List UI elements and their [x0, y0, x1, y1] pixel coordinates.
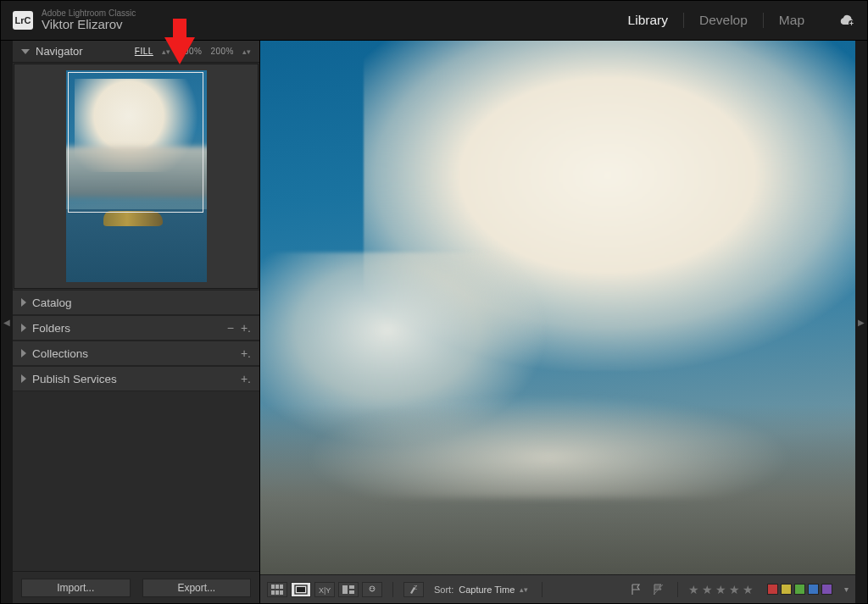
- people-view-button[interactable]: [362, 582, 382, 597]
- module-library[interactable]: Library: [613, 13, 684, 28]
- color-red[interactable]: [767, 584, 778, 595]
- folders-minus-button[interactable]: −: [227, 321, 234, 335]
- star-4[interactable]: ★: [729, 583, 740, 596]
- section-folders-label: Folders: [32, 322, 220, 335]
- survey-view-button[interactable]: [338, 582, 359, 597]
- zoom-fill-stepper[interactable]: ▴▾: [162, 47, 170, 56]
- star-2[interactable]: ★: [702, 583, 713, 596]
- svg-rect-1: [271, 585, 275, 589]
- navigator-preview[interactable]: [14, 64, 259, 289]
- publish-plus-button[interactable]: +.: [241, 372, 251, 385]
- loupe-view-button[interactable]: [291, 582, 311, 597]
- left-panel-space: [13, 391, 259, 571]
- sort-value: Capture Time: [459, 585, 515, 595]
- navigator-thumbnail: [66, 70, 207, 282]
- color-yellow[interactable]: [781, 584, 792, 595]
- rating-stars: ★ ★ ★ ★ ★: [688, 583, 754, 596]
- zoom-200[interactable]: 200%: [210, 47, 234, 56]
- section-catalog-label: Catalog: [32, 296, 251, 309]
- main-image-view[interactable]: [260, 41, 855, 574]
- folders-plus-button[interactable]: +.: [241, 321, 251, 335]
- flag-pick-button[interactable]: [630, 583, 643, 596]
- chevron-left-icon: ◀: [3, 318, 10, 327]
- svg-rect-10: [342, 585, 348, 594]
- zoom-custom-stepper[interactable]: ▴▾: [242, 47, 251, 56]
- color-label-swatches: [767, 584, 832, 595]
- identity-plate: Viktor Elizarov: [42, 18, 136, 32]
- section-publish-label: Publish Services: [32, 373, 234, 385]
- left-panel-collapse[interactable]: ◀: [1, 41, 13, 603]
- section-collections[interactable]: Collections +.: [13, 341, 259, 366]
- navigator-viewport-frame[interactable]: [68, 72, 203, 213]
- svg-rect-12: [349, 590, 354, 594]
- navigator-zoom: FILL▴▾ 100% 200%▴▾: [135, 47, 251, 56]
- collections-plus-button[interactable]: +.: [241, 346, 251, 360]
- star-3[interactable]: ★: [715, 583, 726, 596]
- left-panel-footer: Import... Export...: [13, 571, 259, 603]
- module-map[interactable]: Map: [764, 13, 820, 28]
- star-5[interactable]: ★: [743, 583, 754, 596]
- flag-reject-button[interactable]: [652, 583, 665, 596]
- module-picker: Library Develop Map: [613, 13, 855, 28]
- svg-text:Z: Z: [414, 585, 418, 590]
- color-purple[interactable]: [821, 584, 832, 595]
- svg-text:X|Y: X|Y: [319, 586, 331, 595]
- svg-rect-11: [349, 585, 354, 589]
- section-collections-label: Collections: [32, 347, 234, 360]
- chevron-right-icon: [21, 298, 26, 307]
- zoom-100[interactable]: 100%: [179, 47, 203, 56]
- grid-view-button[interactable]: [267, 582, 287, 597]
- title-block: Adobe Lightroom Classic Viktor Elizarov: [42, 8, 136, 32]
- zoom-fill[interactable]: FILL: [135, 47, 153, 56]
- svg-rect-3: [280, 585, 283, 589]
- navigator-title: Navigator: [36, 45, 83, 58]
- painter-tool-button[interactable]: Z: [403, 582, 424, 597]
- sort-label: Sort:: [434, 585, 453, 595]
- section-folders[interactable]: Folders − +.: [13, 315, 259, 341]
- toolbar-menu-icon[interactable]: ▾: [844, 585, 849, 594]
- import-button[interactable]: Import...: [21, 579, 131, 597]
- left-panel: Navigator FILL▴▾ 100% 200%▴▾: [13, 41, 260, 603]
- sort-selector[interactable]: Sort: Capture Time ▴▾: [431, 585, 531, 595]
- module-develop[interactable]: Develop: [684, 13, 764, 28]
- section-publish-services[interactable]: Publish Services +.: [13, 366, 259, 391]
- chevron-right-icon: ▶: [858, 318, 865, 327]
- svg-rect-8: [297, 587, 305, 592]
- svg-point-15: [373, 587, 375, 589]
- svg-rect-2: [275, 585, 279, 589]
- compare-view-button[interactable]: X|Y: [314, 582, 335, 597]
- cloud-sync-icon[interactable]: [838, 14, 855, 26]
- export-button[interactable]: Export...: [142, 579, 252, 597]
- chevron-right-icon: [21, 349, 26, 357]
- right-panel-collapse[interactable]: ▶: [855, 41, 867, 603]
- chevron-right-icon: [21, 374, 26, 383]
- view-mode-group: X|Y: [267, 582, 382, 597]
- sort-stepper-icon: ▴▾: [520, 585, 528, 594]
- top-bar: LrC Adobe Lightroom Classic Viktor Eliza…: [1, 1, 867, 41]
- svg-rect-4: [271, 590, 275, 595]
- star-1[interactable]: ★: [688, 583, 699, 596]
- chevron-right-icon: [21, 324, 26, 332]
- color-green[interactable]: [794, 584, 805, 595]
- navigator-header[interactable]: Navigator FILL▴▾ 100% 200%▴▾: [13, 41, 259, 63]
- library-toolbar: X|Y Z Sort: Capture Time ▴▾ ★: [260, 574, 855, 603]
- svg-rect-5: [275, 590, 279, 595]
- chevron-down-icon: [21, 49, 30, 54]
- section-catalog[interactable]: Catalog: [13, 290, 259, 315]
- color-blue[interactable]: [808, 584, 819, 595]
- app-logo: LrC: [13, 11, 33, 30]
- svg-point-14: [370, 587, 372, 589]
- svg-rect-6: [280, 590, 283, 595]
